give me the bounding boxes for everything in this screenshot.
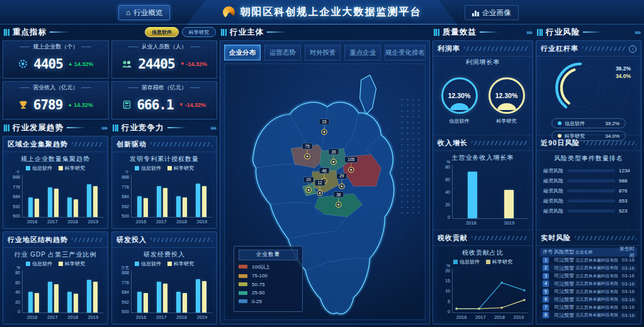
time-cell: 03-16	[618, 289, 635, 294]
income-growth-subheader: 收入增长	[433, 135, 533, 151]
stat-card-title: 规上企业数（个）	[7, 43, 105, 51]
legend-item: 信息软件	[26, 165, 52, 172]
stat-card: 留存税收（亿元）666.1▼-14.32%	[111, 81, 218, 119]
hatch-decoration	[584, 141, 636, 145]
bar	[196, 279, 200, 313]
home-icon: ⌂	[126, 9, 130, 16]
time-cell: 03-16	[618, 281, 635, 287]
hbar-value: 653	[619, 198, 635, 204]
innovation-box: 创新驱动 发明专利累计授权数量信息软件科学研究个8687766845925002…	[111, 136, 217, 229]
x-axis: 20182019	[452, 220, 528, 227]
info-icon[interactable]: i	[629, 45, 636, 53]
svg-text:36: 36	[336, 192, 341, 197]
expand-icon[interactable]: »»	[210, 125, 216, 131]
hatch-decoration	[150, 142, 212, 147]
nav-enterprise-profile-label: 企业画像	[482, 8, 511, 18]
quality-benefit-header: 质量效益 »»	[432, 26, 533, 38]
y-tick: 868	[13, 175, 20, 179]
expand-icon[interactable]: »»	[635, 29, 640, 36]
realtime-risk-table: 序号风险类型企业名称发生时间1司法预警北京启辰卓越科技有限公司03-162司法预…	[540, 248, 637, 319]
y-tick: 40	[445, 190, 450, 194]
industry-risk-header: 行业风险 »»	[536, 26, 641, 38]
column-header: 企业名称	[575, 249, 618, 255]
risk-rank-chart: 风险类型事件数量排名融资风险1234融资风险988融资风险876融资风险653融…	[536, 151, 641, 216]
tab-企业分布[interactable]: 企业分布	[224, 45, 261, 60]
header-dash	[67, 127, 86, 128]
row-seq: 5	[543, 289, 554, 295]
y-tick: 684	[121, 290, 129, 294]
bar	[176, 196, 181, 217]
hbar-value: 523	[619, 208, 635, 214]
bar-group	[157, 270, 167, 313]
risk-type-cell: 司法预警	[554, 257, 575, 263]
logo-icon	[223, 6, 235, 18]
risk-type-cell: 司法预警	[554, 280, 575, 287]
x-tick: 2016	[456, 314, 467, 321]
subsection-title: 利润率	[438, 44, 460, 53]
profit-gauge: 12.30%信息软件	[441, 77, 478, 125]
gauge-label: 科学研究	[497, 118, 517, 125]
map-legend: 企业数量 100以上75-10050-7525-500-25	[234, 246, 303, 313]
legend-swatch	[26, 166, 30, 170]
header-dash	[480, 31, 499, 33]
panel-quality-benefit: 质量效益 »» 利润率 利润增长率 12.30%信息软件12.30%科学研究 收…	[432, 26, 533, 324]
x-tick: 2017	[47, 314, 58, 321]
nav-enterprise-profile[interactable]: 企业画像	[465, 5, 519, 20]
y-tick: 0	[18, 309, 20, 314]
panel-industry-competitiveness: 行业竞争力 »» 创新驱动 发明专利累计授权数量信息软件科学研究个8687766…	[111, 122, 217, 324]
tax-share-chart: 税收贡献占比信息软件科学研究%201510502016201720182019	[433, 246, 533, 324]
stat-delta: ▲14.32%	[68, 61, 93, 67]
arrow-down-icon: ▼	[179, 102, 184, 108]
industry-risk-title: 行业风险	[546, 27, 580, 38]
y-axis-unit: %	[446, 160, 450, 164]
bar	[54, 284, 59, 313]
bar-group	[176, 270, 187, 313]
chart-title: 研发经费投入	[116, 250, 212, 259]
tab-对外投资[interactable]: 对外投资	[305, 45, 341, 60]
bar-group	[196, 270, 206, 313]
filter-tag[interactable]: 信息软件	[145, 27, 179, 37]
bar	[48, 282, 52, 313]
hbar-track	[567, 209, 615, 213]
company-name-cell: 北京启辰卓越科技有限公司	[575, 312, 618, 318]
y-tick: 500	[13, 214, 20, 218]
expand-icon[interactable]: »»	[526, 29, 532, 36]
industry-main-title: 行业主体	[230, 27, 264, 38]
industry-trend-header: 行业发展趋势 »»	[3, 122, 108, 133]
seq-badge: 8	[543, 312, 549, 318]
y-axis: %806040200	[438, 165, 452, 226]
x-tick: 2018	[466, 220, 477, 227]
legend-label: 科学研究	[174, 260, 194, 267]
seq-badge: 3	[543, 273, 549, 279]
stat-delta-value: -14.32%	[185, 102, 206, 108]
legend-item: 科学研究	[59, 165, 85, 172]
svg-text:105: 105	[347, 157, 354, 162]
row-seq: 6	[543, 296, 554, 302]
x-tick: 2019	[514, 314, 524, 321]
page-title: 朝阳区科创规上企业大数据监测平台	[240, 6, 422, 19]
hbar-label: 融资风险	[542, 167, 563, 174]
y-axis: %20151050	[438, 269, 452, 321]
stat-cards: 规上企业数（个）4405▲14.32%从业人员数（人）24405▼-14.32%…	[3, 40, 217, 119]
legend-label: 50-75	[252, 282, 264, 287]
seq-badge: 6	[543, 296, 549, 302]
nav-industry-overview[interactable]: ⌂ 行业概览	[118, 5, 170, 20]
expand-icon[interactable]: »»	[101, 125, 107, 131]
tab-重点企业[interactable]: 重点企业	[344, 45, 381, 60]
svg-text:12: 12	[317, 180, 322, 185]
tab-运营态势[interactable]: 运营态势	[264, 45, 301, 60]
filter-tag[interactable]: 科学研究	[182, 27, 216, 37]
hbar-row: 融资风险988	[536, 175, 641, 186]
tab-规企变化排名[interactable]: 规企变化排名	[385, 45, 426, 60]
bar-group	[176, 175, 187, 217]
bar-chart-icon	[472, 9, 479, 16]
people-icon	[121, 60, 133, 69]
section-bars-icon	[113, 125, 118, 131]
stat-value: 4405	[33, 57, 63, 72]
section-bars-icon	[4, 29, 9, 36]
rd-invest-box: 研发投入 研发经费投入信息软件科学研究万元8687766845925002016…	[111, 231, 217, 324]
svg-text:75: 75	[305, 144, 310, 148]
gauge-value: 12.30%	[448, 92, 471, 99]
leverage-subheader: 行业杠杆率 i	[536, 41, 641, 57]
subsection-title: 实时风险	[541, 233, 571, 243]
